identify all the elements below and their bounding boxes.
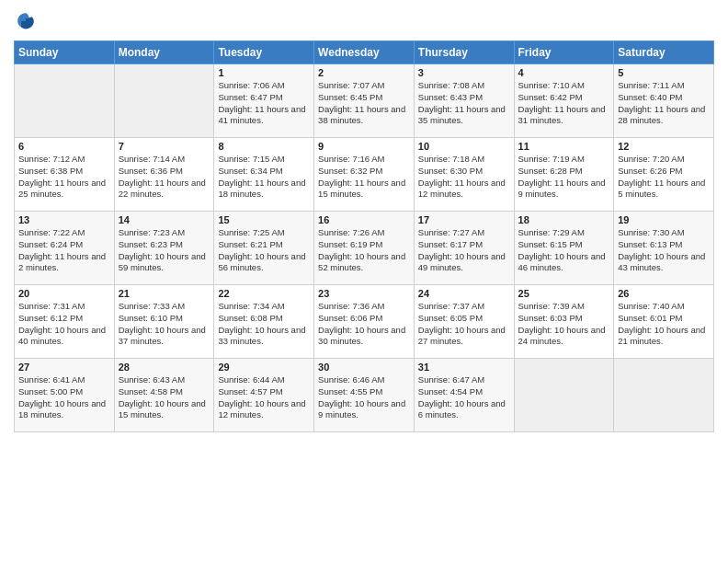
day-content: Sunrise: 7:10 AM Sunset: 6:42 PM Dayligh… [518, 80, 610, 127]
calendar-cell: 23Sunrise: 7:36 AM Sunset: 6:06 PM Dayli… [314, 285, 415, 359]
day-content: Sunrise: 7:20 AM Sunset: 6:26 PM Dayligh… [618, 154, 710, 201]
day-header-wednesday: Wednesday [314, 41, 415, 64]
day-number: 6 [18, 141, 110, 152]
calendar-cell: 24Sunrise: 7:37 AM Sunset: 6:05 PM Dayli… [414, 285, 514, 359]
day-content: Sunrise: 7:11 AM Sunset: 6:40 PM Dayligh… [618, 80, 710, 127]
day-content: Sunrise: 7:19 AM Sunset: 6:28 PM Dayligh… [518, 154, 610, 201]
day-content: Sunrise: 7:15 AM Sunset: 6:34 PM Dayligh… [218, 154, 310, 201]
calendar-cell: 18Sunrise: 7:29 AM Sunset: 6:15 PM Dayli… [514, 212, 614, 285]
calendar-cell: 8Sunrise: 7:15 AM Sunset: 6:34 PM Daylig… [214, 138, 314, 212]
day-number: 16 [318, 214, 410, 225]
day-number: 9 [318, 141, 410, 152]
calendar-cell: 20Sunrise: 7:31 AM Sunset: 6:12 PM Dayli… [15, 285, 115, 359]
calendar-cell: 19Sunrise: 7:30 AM Sunset: 6:13 PM Dayli… [614, 212, 714, 285]
day-content: Sunrise: 6:47 AM Sunset: 4:54 PM Dayligh… [418, 374, 510, 421]
day-number: 27 [18, 362, 110, 373]
day-number: 11 [518, 141, 610, 152]
week-row-4: 27Sunrise: 6:41 AM Sunset: 5:00 PM Dayli… [15, 359, 714, 432]
day-content: Sunrise: 7:27 AM Sunset: 6:17 PM Dayligh… [418, 227, 510, 274]
day-number: 1 [218, 67, 310, 78]
day-content: Sunrise: 6:43 AM Sunset: 4:58 PM Dayligh… [119, 374, 210, 421]
calendar-cell: 27Sunrise: 6:41 AM Sunset: 5:00 PM Dayli… [15, 359, 115, 432]
day-content: Sunrise: 7:34 AM Sunset: 6:08 PM Dayligh… [218, 301, 310, 348]
calendar-cell [114, 64, 214, 138]
day-content: Sunrise: 7:30 AM Sunset: 6:13 PM Dayligh… [618, 227, 710, 274]
calendar-cell: 10Sunrise: 7:18 AM Sunset: 6:30 PM Dayli… [414, 138, 514, 212]
day-content: Sunrise: 7:07 AM Sunset: 6:45 PM Dayligh… [318, 80, 410, 127]
day-content: Sunrise: 6:41 AM Sunset: 5:00 PM Dayligh… [18, 374, 110, 421]
day-content: Sunrise: 7:08 AM Sunset: 6:43 PM Dayligh… [418, 80, 510, 127]
day-number: 20 [18, 288, 110, 299]
header-row: SundayMondayTuesdayWednesdayThursdayFrid… [15, 41, 714, 64]
day-number: 21 [119, 288, 210, 299]
day-number: 29 [218, 362, 310, 373]
day-number: 5 [618, 67, 710, 78]
day-number: 17 [418, 214, 510, 225]
calendar-cell: 25Sunrise: 7:39 AM Sunset: 6:03 PM Dayli… [514, 285, 614, 359]
day-number: 14 [119, 214, 210, 225]
day-number: 25 [518, 288, 610, 299]
day-number: 28 [119, 362, 210, 373]
day-number: 4 [518, 67, 610, 78]
day-number: 7 [119, 141, 210, 152]
logo-icon [16, 11, 36, 31]
day-number: 3 [418, 67, 510, 78]
day-content: Sunrise: 7:33 AM Sunset: 6:10 PM Dayligh… [119, 301, 210, 348]
calendar-cell [514, 359, 614, 432]
day-content: Sunrise: 7:22 AM Sunset: 6:24 PM Dayligh… [18, 227, 110, 274]
day-header-monday: Monday [114, 41, 214, 64]
day-content: Sunrise: 7:31 AM Sunset: 6:12 PM Dayligh… [18, 301, 110, 348]
day-content: Sunrise: 7:39 AM Sunset: 6:03 PM Dayligh… [518, 301, 610, 348]
day-content: Sunrise: 7:16 AM Sunset: 6:32 PM Dayligh… [318, 154, 410, 201]
calendar-cell: 1Sunrise: 7:06 AM Sunset: 6:47 PM Daylig… [214, 64, 314, 138]
calendar-cell: 28Sunrise: 6:43 AM Sunset: 4:58 PM Dayli… [114, 359, 214, 432]
day-number: 24 [418, 288, 510, 299]
calendar-cell: 11Sunrise: 7:19 AM Sunset: 6:28 PM Dayli… [514, 138, 614, 212]
calendar-cell: 26Sunrise: 7:40 AM Sunset: 6:01 PM Dayli… [614, 285, 714, 359]
day-header-saturday: Saturday [614, 41, 714, 64]
day-content: Sunrise: 7:12 AM Sunset: 6:38 PM Dayligh… [18, 154, 110, 201]
day-header-friday: Friday [514, 41, 614, 64]
calendar-cell: 22Sunrise: 7:34 AM Sunset: 6:08 PM Dayli… [214, 285, 314, 359]
calendar-cell: 31Sunrise: 6:47 AM Sunset: 4:54 PM Dayli… [414, 359, 514, 432]
calendar-cell: 13Sunrise: 7:22 AM Sunset: 6:24 PM Dayli… [15, 212, 115, 285]
calendar-cell: 6Sunrise: 7:12 AM Sunset: 6:38 PM Daylig… [15, 138, 115, 212]
day-number: 10 [418, 141, 510, 152]
day-number: 15 [218, 214, 310, 225]
week-row-1: 6Sunrise: 7:12 AM Sunset: 6:38 PM Daylig… [15, 138, 714, 212]
calendar-cell: 5Sunrise: 7:11 AM Sunset: 6:40 PM Daylig… [614, 64, 714, 138]
day-number: 8 [218, 141, 310, 152]
day-content: Sunrise: 7:06 AM Sunset: 6:47 PM Dayligh… [218, 80, 310, 127]
calendar-cell: 12Sunrise: 7:20 AM Sunset: 6:26 PM Dayli… [614, 138, 714, 212]
calendar-cell: 2Sunrise: 7:07 AM Sunset: 6:45 PM Daylig… [314, 64, 415, 138]
day-number: 12 [618, 141, 710, 152]
day-content: Sunrise: 7:36 AM Sunset: 6:06 PM Dayligh… [318, 301, 410, 348]
day-number: 19 [618, 214, 710, 225]
calendar-table: SundayMondayTuesdayWednesdayThursdayFrid… [14, 40, 714, 432]
calendar-cell: 4Sunrise: 7:10 AM Sunset: 6:42 PM Daylig… [514, 64, 614, 138]
calendar-cell: 21Sunrise: 7:33 AM Sunset: 6:10 PM Dayli… [114, 285, 214, 359]
week-row-3: 20Sunrise: 7:31 AM Sunset: 6:12 PM Dayli… [15, 285, 714, 359]
day-content: Sunrise: 7:26 AM Sunset: 6:19 PM Dayligh… [318, 227, 410, 274]
calendar-cell: 14Sunrise: 7:23 AM Sunset: 6:23 PM Dayli… [114, 212, 214, 285]
week-row-2: 13Sunrise: 7:22 AM Sunset: 6:24 PM Dayli… [15, 212, 714, 285]
calendar-cell: 30Sunrise: 6:46 AM Sunset: 4:55 PM Dayli… [314, 359, 415, 432]
day-number: 13 [18, 214, 110, 225]
day-number: 30 [318, 362, 410, 373]
calendar-cell: 7Sunrise: 7:14 AM Sunset: 6:36 PM Daylig… [114, 138, 214, 212]
page-container: SundayMondayTuesdayWednesdayThursdayFrid… [0, 0, 728, 442]
calendar-cell [614, 359, 714, 432]
week-row-0: 1Sunrise: 7:06 AM Sunset: 6:47 PM Daylig… [15, 64, 714, 138]
day-content: Sunrise: 7:18 AM Sunset: 6:30 PM Dayligh… [418, 154, 510, 201]
calendar-cell: 16Sunrise: 7:26 AM Sunset: 6:19 PM Dayli… [314, 212, 415, 285]
calendar-cell: 9Sunrise: 7:16 AM Sunset: 6:32 PM Daylig… [314, 138, 415, 212]
day-header-thursday: Thursday [414, 41, 514, 64]
day-header-tuesday: Tuesday [214, 41, 314, 64]
logo [14, 13, 36, 35]
day-content: Sunrise: 7:23 AM Sunset: 6:23 PM Dayligh… [119, 227, 210, 274]
calendar-cell: 29Sunrise: 6:44 AM Sunset: 4:57 PM Dayli… [214, 359, 314, 432]
day-content: Sunrise: 7:29 AM Sunset: 6:15 PM Dayligh… [518, 227, 610, 274]
day-content: Sunrise: 6:46 AM Sunset: 4:55 PM Dayligh… [318, 374, 410, 421]
day-number: 22 [218, 288, 310, 299]
day-content: Sunrise: 7:25 AM Sunset: 6:21 PM Dayligh… [218, 227, 310, 274]
